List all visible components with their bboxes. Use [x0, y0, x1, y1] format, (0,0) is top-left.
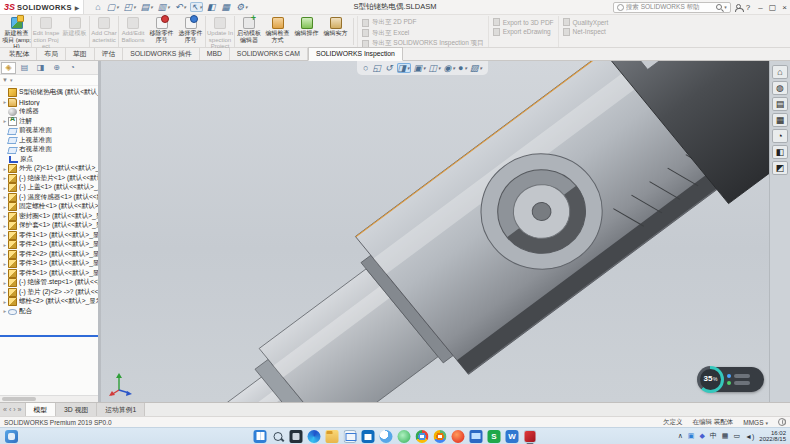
custom-properties-icon[interactable]: ◧ — [772, 145, 788, 159]
display-settings-icon[interactable]: ▦ — [221, 2, 233, 12]
input-language[interactable]: 中 — [710, 431, 717, 441]
feature-tree-item[interactable]: 上视基准面 — [0, 136, 98, 146]
feature-tree-item[interactable]: 原点 — [0, 155, 98, 165]
units-selector[interactable]: MMGS▾ — [743, 419, 768, 426]
new-document-icon[interactable]: ▢▾ — [106, 2, 120, 12]
display-style-icon[interactable]: ◫▾ — [429, 63, 441, 73]
panel-horizontal-scrollbar[interactable] — [0, 395, 98, 402]
print-icon[interactable]: ▥▾ — [157, 2, 171, 12]
app-s-icon[interactable]: S — [488, 430, 501, 443]
feature-tree-item[interactable]: ▸ 保护套<1> (默认<<默认>_显示状 — [0, 221, 98, 231]
task-view-button[interactable] — [290, 430, 303, 443]
edit-appearance-icon[interactable]: ●▾ — [458, 63, 467, 73]
feature-tree-item[interactable]: ▸ 注解 — [0, 117, 98, 127]
search-button[interactable] — [272, 430, 285, 443]
file-explorer-icon[interactable]: ▤ — [772, 97, 788, 111]
command-tab[interactable]: SOLIDWORKS Inspection — [308, 47, 403, 61]
restore-button[interactable]: ▢ — [769, 3, 777, 12]
feature-tree-item[interactable]: ▸ 零件5<1> (默认<<默认>_显示状 — [0, 269, 98, 279]
antivirus-icon[interactable] — [398, 430, 411, 443]
view-tab[interactable]: 3D 视图 — [56, 403, 97, 416]
feature-tree-item[interactable]: ▸ 配合 — [0, 307, 98, 317]
options-gear-icon[interactable]: ⚙▾ — [235, 2, 249, 12]
menu-flyout-arrow-icon[interactable]: ▶ — [75, 4, 80, 11]
export-menu-item[interactable]: Export to 3D PDF — [493, 18, 554, 26]
tray-app-icon[interactable]: ▣ — [688, 432, 695, 440]
feature-tree-item[interactable]: 传感器 — [0, 107, 98, 117]
command-tab[interactable]: 评估 — [95, 48, 124, 60]
edit-vendor-button[interactable]: 编辑实方 — [321, 16, 350, 47]
design-library-icon[interactable]: ◍ — [772, 81, 788, 95]
export-menu-item[interactable]: 导出至 Excel — [362, 29, 484, 38]
add-edit-balloons-button[interactable]: Add/Edit Balloons — [118, 16, 147, 47]
export-menu-item[interactable]: Export eDrawing — [493, 28, 554, 36]
view-orientation-icon[interactable]: ▣▾ — [414, 63, 426, 73]
display-manager-icon[interactable]: ◔ — [65, 62, 80, 74]
zoom-area-icon[interactable]: ◱ — [372, 63, 382, 73]
command-tab[interactable]: 布局 — [37, 48, 66, 60]
edit-inspection-methods-button[interactable]: 编辑检查方式 — [263, 16, 292, 47]
filter-caret-icon[interactable]: ▾ — [10, 77, 13, 83]
property-manager-icon[interactable]: ▤ — [17, 62, 32, 74]
search-caret-icon[interactable]: ▾ — [724, 4, 727, 10]
feature-tree-item[interactable]: 前视基准面 — [0, 126, 98, 136]
feature-tree-item[interactable]: S型铂铑热电偶 (默认<默认_显示状态-1> — [0, 88, 98, 98]
appearances-scenes-icon[interactable]: ◔ — [772, 129, 788, 143]
browser-icon[interactable] — [434, 430, 447, 443]
mail-icon[interactable] — [344, 430, 357, 443]
tab-scroll-arrow[interactable]: » — [18, 406, 22, 413]
command-tab[interactable]: SOLIDWORKS 插件 — [123, 48, 200, 60]
export-menu-item[interactable]: Net-Inspect — [563, 28, 609, 36]
select-icon[interactable]: ↖▾ — [190, 2, 203, 12]
ime-icon[interactable]: ▦ — [722, 432, 729, 440]
weather-icon[interactable] — [380, 430, 393, 443]
graphics-viewport[interactable]: ○ ◱ ↺ ◨▾ ▣▾ ◫▾ ◉▾ ●▾ ▨▾ — [101, 61, 790, 402]
store-icon[interactable] — [362, 430, 375, 443]
recorder-button-top[interactable] — [727, 374, 759, 378]
open-icon[interactable]: ◰▾ — [123, 2, 137, 12]
model-canvas[interactable] — [101, 61, 790, 402]
apply-scene-icon[interactable]: ▨▾ — [470, 63, 482, 73]
filter-funnel-icon[interactable]: ▼ — [2, 77, 8, 83]
feature-tree-item[interactable]: ▸ 外壳 (2)<1> (默认<<默认>_显示状 — [0, 164, 98, 174]
feature-tree-item[interactable]: ▸ (-) 上盖<1> (默认<<默认>_显示状 — [0, 183, 98, 193]
view-palette-icon[interactable]: ▦ — [772, 113, 788, 127]
tab-scroll-arrow[interactable]: ‹ — [9, 406, 11, 413]
volume-icon[interactable]: ◄) — [745, 433, 754, 440]
export-menu-item[interactable]: QualityXpert — [563, 18, 609, 26]
view-tab[interactable]: 运动算例1 — [97, 403, 145, 416]
search-icon[interactable] — [716, 4, 722, 10]
configuration-manager-icon[interactable]: ◨ — [33, 62, 48, 74]
command-tab[interactable]: 草图 — [66, 48, 95, 60]
start-button[interactable] — [254, 430, 267, 443]
remove-balloons-button[interactable]: 移除零件序号 — [147, 16, 176, 47]
zoom-fit-icon[interactable]: ○ — [363, 63, 369, 73]
widgets-icon[interactable] — [5, 430, 18, 443]
tray-shield-icon[interactable]: ◆ — [699, 432, 704, 440]
file-explorer-icon[interactable] — [326, 430, 339, 443]
add-characteristic-button[interactable]: Add Characteristic — [89, 16, 118, 47]
scrollbar-thumb[interactable] — [2, 397, 36, 401]
update-inspection-project-button[interactable]: Update Inspection Project — [205, 16, 234, 47]
home-icon[interactable]: ⌂ — [94, 2, 102, 12]
featuremanager-tree-icon[interactable]: ◈ — [1, 62, 16, 74]
save-icon[interactable]: ▤▾ — [140, 2, 154, 12]
status-globe-icon[interactable] — [778, 418, 786, 426]
solidworks-resources-icon[interactable]: ⌂ — [772, 65, 788, 79]
user-account-icon[interactable] — [735, 4, 742, 11]
chrome-icon[interactable] — [416, 430, 429, 443]
feature-tree-item[interactable]: ▸ (-) 垫片 (2)<2> ->? (默认<<默认 — [0, 288, 98, 298]
search-input[interactable]: 搜索 SOLIDWORKS 帮助 ▾ — [613, 2, 731, 13]
feature-tree-item[interactable]: ▸ (-) 温度传感器<1> (默认<<默认>_ — [0, 193, 98, 203]
export-menu-item[interactable]: 导出至 2D PDF — [362, 18, 484, 27]
feature-tree-item[interactable]: 右视基准面 — [0, 145, 98, 155]
new-inspection-project-button[interactable]: 新建检查项目 (amp;H) — [2, 16, 31, 47]
feature-tree-item[interactable]: ▸ 零件3<1> (默认<<默认>_显示状 — [0, 259, 98, 269]
hide-show-items-icon[interactable]: ◉▾ — [444, 63, 455, 73]
remote-desktop-icon[interactable] — [470, 430, 483, 443]
command-tab[interactable]: SOLIDWORKS CAM — [230, 48, 308, 60]
tray-expand-icon[interactable]: ∧ — [678, 432, 683, 440]
firefox-icon[interactable] — [452, 430, 465, 443]
launch-template-editor-button[interactable]: 启动模板编辑器 — [234, 16, 263, 47]
wps-icon[interactable]: W — [506, 430, 519, 443]
